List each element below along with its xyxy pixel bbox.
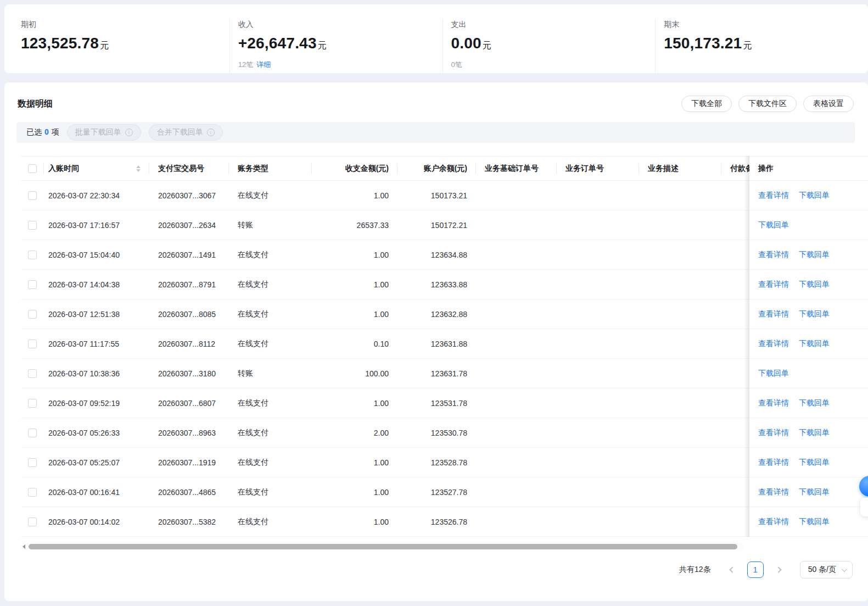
cell-description: [639, 388, 721, 418]
cell-balance: 123528.78: [397, 448, 476, 477]
cell-entry-time: 2026-03-07 15:04:40: [44, 240, 149, 270]
download-receipt-link[interactable]: 下载回单: [799, 309, 830, 318]
row-checkbox[interactable]: [28, 340, 37, 348]
download-receipt-link[interactable]: 下载回单: [799, 517, 830, 526]
merge-download-label: 合并下载回单: [157, 127, 203, 137]
row-checkbox[interactable]: [28, 310, 37, 319]
income-detail-link[interactable]: 详细: [256, 60, 271, 69]
view-detail-link[interactable]: 查看详情: [758, 428, 789, 437]
column-header-8: 业务描述: [639, 157, 721, 181]
cell-balance: 123527.78: [397, 477, 476, 507]
cell-account-type: 在线支付: [229, 329, 312, 359]
cell-entry-time: 2026-03-07 09:52:19: [44, 388, 149, 418]
cell-balance: 123530.78: [397, 418, 476, 448]
download-receipt-link[interactable]: 下载回单: [799, 339, 830, 348]
summary-value: 123,525.78: [21, 35, 99, 52]
cell-balance: 123526.78: [397, 507, 476, 537]
cell-account-type: 在线支付: [229, 388, 312, 418]
summary-opening: 期初 123,525.78元: [16, 19, 229, 73]
cell-account-type: 在线支付: [229, 507, 312, 537]
horizontal-scrollbar[interactable]: [21, 543, 743, 550]
cell-entry-time: 2026-03-07 10:38:36: [44, 359, 149, 388]
next-page-button[interactable]: [771, 563, 786, 577]
view-detail-link[interactable]: 查看详情: [758, 458, 789, 466]
download-receipt-link[interactable]: 下载回单: [799, 280, 830, 288]
cell-order-no: [557, 418, 639, 448]
prev-page-button[interactable]: [725, 563, 740, 577]
cell-alipay-txn-id: 20260307...1491: [149, 240, 229, 270]
view-detail-link[interactable]: 查看详情: [758, 250, 789, 259]
selection-bar: 已选0项 批量下载回单 合并下载回单: [16, 122, 855, 143]
row-checkbox[interactable]: [28, 280, 37, 289]
cell-alipay-txn-id: 20260307...8963: [149, 418, 229, 448]
cell-payment-remark: [721, 477, 749, 507]
download-receipt-link[interactable]: 下载回单: [799, 398, 830, 407]
table-row: 2026-03-07 15:04:40 20260307...1491 在线支付…: [21, 240, 868, 270]
page-size-select[interactable]: 50 条/页: [800, 561, 853, 579]
cell-amount: 1.00: [312, 270, 397, 299]
row-checkbox[interactable]: [28, 488, 37, 497]
currency-unit: 元: [318, 41, 327, 50]
cell-amount: 26537.33: [312, 210, 397, 240]
table-row: 2026-03-07 17:16:57 20260307...2634 转账 2…: [21, 210, 868, 240]
table-row: 2026-03-07 00:16:41 20260307...4865 在线支付…: [21, 477, 868, 507]
table-body: 2026-03-07 22:30:34 20260307...3067 在线支付…: [21, 181, 868, 537]
batch-download-receipt-button[interactable]: 批量下载回单: [67, 124, 141, 141]
row-checkbox[interactable]: [28, 518, 37, 526]
view-detail-link[interactable]: 查看详情: [758, 280, 789, 288]
selected-prefix: 已选: [26, 127, 42, 136]
download-receipt-link[interactable]: 下载回单: [799, 250, 830, 259]
summary-expense: 支出 0.00元 0笔: [443, 19, 656, 73]
download-receipt-link[interactable]: 下载回单: [799, 428, 830, 437]
cell-balance: 123633.88: [397, 270, 476, 299]
sort-icon[interactable]: [136, 165, 141, 172]
row-checkbox[interactable]: [28, 251, 37, 259]
data-detail-card: 数据明细 下载全部下载文件区表格设置 已选0项 批量下载回单 合并下载回单 入账…: [4, 82, 868, 601]
page-number-button[interactable]: 1: [747, 561, 764, 578]
table-row: 2026-03-07 00:14:02 20260307...5382 在线支付…: [21, 507, 868, 537]
cell-balance: 123631.78: [397, 359, 476, 388]
download-file-area-button[interactable]: 下载文件区: [738, 96, 797, 112]
selected-suffix: 项: [52, 127, 59, 136]
download-receipt-link[interactable]: 下载回单: [758, 369, 789, 377]
view-detail-link[interactable]: 查看详情: [758, 191, 789, 199]
cell-base-order-no: [476, 329, 557, 359]
row-checkbox[interactable]: [28, 399, 37, 408]
table-settings-button[interactable]: 表格设置: [803, 96, 854, 112]
cell-alipay-txn-id: 20260307...3180: [149, 359, 229, 388]
download-receipt-link[interactable]: 下载回单: [799, 191, 830, 199]
cell-order-no: [557, 270, 639, 299]
view-detail-link[interactable]: 查看详情: [758, 339, 789, 348]
cell-balance: 150172.21: [397, 210, 476, 240]
row-checkbox[interactable]: [28, 221, 37, 230]
download-all-button[interactable]: 下载全部: [681, 96, 732, 112]
merge-download-receipt-button[interactable]: 合并下载回单: [149, 124, 223, 141]
select-all-checkbox[interactable]: [28, 164, 37, 173]
cell-base-order-no: [476, 210, 557, 240]
cell-payment-remark: [721, 329, 749, 359]
row-checkbox[interactable]: [28, 191, 37, 200]
currency-unit: 元: [743, 41, 752, 50]
scrollbar-left-arrow-icon[interactable]: [23, 544, 25, 549]
view-detail-link[interactable]: 查看详情: [758, 517, 789, 526]
download-receipt-link[interactable]: 下载回单: [758, 220, 789, 229]
row-checkbox[interactable]: [28, 458, 37, 467]
data-table-zone: 入账时间支付宝交易号账务类型收支金额(元)账户余额(元)业务基础订单号业务订单号…: [21, 156, 868, 537]
download-receipt-link[interactable]: 下载回单: [799, 458, 830, 466]
scrollbar-thumb[interactable]: [29, 544, 737, 549]
cell-order-no: [557, 210, 639, 240]
view-detail-link[interactable]: 查看详情: [758, 398, 789, 407]
cell-alipay-txn-id: 20260307...6807: [149, 388, 229, 418]
summary-label: 期初: [21, 19, 229, 30]
cell-actions: 查看详情下载回单: [749, 507, 868, 537]
row-checkbox[interactable]: [28, 429, 37, 437]
cell-base-order-no: [476, 507, 557, 537]
row-checkbox[interactable]: [28, 369, 37, 378]
cell-base-order-no: [476, 299, 557, 329]
cell-base-order-no: [476, 418, 557, 448]
floating-assistant-panel[interactable]: [860, 498, 868, 516]
view-detail-link[interactable]: 查看详情: [758, 309, 789, 318]
view-detail-link[interactable]: 查看详情: [758, 487, 789, 496]
download-receipt-link[interactable]: 下载回单: [799, 487, 830, 496]
batch-download-label: 批量下载回单: [75, 127, 121, 137]
